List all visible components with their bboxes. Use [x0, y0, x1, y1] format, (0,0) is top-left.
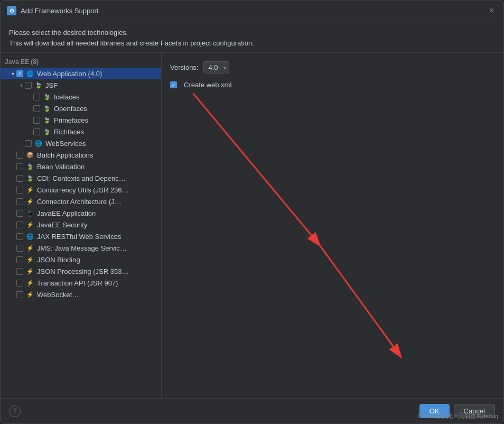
checkbox-javaee-security[interactable]	[16, 222, 23, 228]
tree-item-json-processing[interactable]: ⚡ JSON Processing (JSR 353…	[1, 265, 161, 277]
label-javaee-security: JavaEE Security	[37, 221, 87, 229]
label-web-application: Web Application (4.0)	[37, 70, 102, 78]
expander-websocket	[9, 291, 16, 298]
checkbox-transaction-api[interactable]	[16, 280, 23, 287]
checkbox-batch[interactable]	[16, 152, 23, 159]
bean-icon: 🍃	[26, 162, 34, 171]
checkbox-json-processing[interactable]	[16, 268, 23, 275]
desc-line1: Please select the desired technologies.	[9, 27, 495, 38]
json-processing-icon: ⚡	[26, 267, 34, 275]
tree-item-jax-restful[interactable]: 🌐 JAX RESTful Web Services	[1, 231, 161, 242]
checkbox-connector[interactable]	[16, 198, 23, 205]
openfaces-icon: 🍃	[43, 104, 51, 113]
label-transaction-api: Transaction API (JSR 907)	[37, 279, 118, 287]
version-select[interactable]: 4.0 3.1 3.0 2.5	[203, 61, 229, 73]
checkbox-openfaces[interactable]	[33, 105, 40, 112]
checkbox-create-xml[interactable]	[170, 81, 177, 88]
tree-item-webservices[interactable]: 🌐 WebServices	[1, 137, 161, 149]
checkbox-bean-validation[interactable]	[16, 163, 23, 170]
expander-concurrency	[9, 186, 16, 193]
label-jax-restful: JAX RESTful Web Services	[37, 233, 121, 241]
label-javaee-app: JavaEE Application	[37, 209, 96, 217]
jms-icon: ⚡	[26, 244, 34, 252]
expander-web-application: ▾	[9, 70, 16, 77]
checkbox-webservices[interactable]	[25, 140, 32, 147]
expander-cdi	[9, 174, 16, 182]
help-button[interactable]: ?	[9, 405, 21, 417]
create-xml-row: Create web.xml	[170, 81, 495, 89]
tree-item-json-binding[interactable]: ⚡ JSON Binding	[1, 254, 161, 265]
expander-connector	[9, 198, 16, 205]
versions-label: Versions:	[170, 63, 198, 71]
tree-item-cdi[interactable]: 🍃 CDI: Contexts and Depenc…	[1, 172, 161, 184]
expander-bean	[9, 163, 16, 170]
label-websocket: WebSocket…	[37, 291, 79, 299]
tree-item-transaction-api[interactable]: ⚡ Transaction API (JSR 907)	[1, 277, 161, 289]
checkbox-javaee-app[interactable]	[16, 210, 23, 217]
checkbox-primefaces[interactable]	[33, 117, 40, 124]
javaee-app-icon: 📱	[26, 209, 34, 217]
expander-jms	[9, 244, 16, 252]
expander-json-proc	[9, 268, 16, 275]
checkbox-richfaces[interactable]	[33, 128, 40, 135]
cdi-icon: 🍃	[26, 174, 34, 182]
expander-jax	[9, 233, 16, 240]
tree-item-primefaces[interactable]: 🍃 Primefaces	[1, 114, 161, 126]
label-json-binding: JSON Binding	[37, 256, 80, 264]
expander-openfaces	[26, 105, 33, 112]
checkbox-cdi[interactable]	[16, 175, 23, 182]
checkbox-icefaces[interactable]	[33, 94, 40, 100]
richfaces-icon: 🍃	[43, 127, 51, 136]
label-json-processing: JSON Processing (JSR 353…	[37, 268, 128, 275]
title-bar-left: ⚙ Add Frameworks Support	[7, 6, 98, 15]
version-select-wrapper[interactable]: 4.0 3.1 3.0 2.5	[203, 61, 229, 73]
expander-jsf: ▾	[17, 81, 25, 89]
tree-item-bean-validation[interactable]: 🍃 Bean Validation	[1, 161, 161, 172]
checkbox-web-application[interactable]	[16, 70, 23, 77]
dialog-description: Please select the desired technologies. …	[1, 21, 503, 52]
label-icefaces: Icefaces	[54, 93, 79, 101]
websocket-icon: ⚡	[26, 290, 34, 299]
checkbox-json-binding[interactable]	[16, 256, 23, 263]
dialog-body: Java EE (8) ▾ 🌐 Web Application (4.0) ▾ …	[1, 52, 503, 398]
right-panel: Versions: 4.0 3.1 3.0 2.5 Create web.xml	[162, 53, 503, 398]
javaee-security-icon: ⚡	[26, 220, 34, 229]
tree-item-batch-applications[interactable]: 📦 Batch Applications	[1, 149, 161, 161]
expander-javaee-security	[9, 221, 16, 228]
create-xml-label: Create web.xml	[184, 81, 231, 89]
tree-item-openfaces[interactable]: 🍃 Openfaces	[1, 103, 161, 114]
checkbox-jsf[interactable]	[25, 82, 32, 89]
label-jsf: JSF	[45, 81, 58, 89]
title-bar: ⚙ Add Frameworks Support ×	[1, 1, 503, 21]
annotation-arrows	[162, 53, 503, 398]
concurrency-icon: ⚡	[26, 186, 34, 194]
tree-item-javaee-security[interactable]: ⚡ JavaEE Security	[1, 219, 161, 231]
tree-item-concurrency[interactable]: ⚡ Concurrency Utils (JSR 236…	[1, 184, 161, 196]
web-icon: 🌐	[26, 69, 34, 78]
expander-transaction	[9, 279, 16, 287]
left-panel[interactable]: Java EE (8) ▾ 🌐 Web Application (4.0) ▾ …	[1, 53, 162, 398]
expander-json-binding	[9, 256, 16, 263]
jax-icon: 🌐	[26, 232, 34, 241]
tree-item-jms[interactable]: ⚡ JMS: Java Message Servic…	[1, 242, 161, 254]
checkbox-jms[interactable]	[16, 245, 23, 252]
tree-item-richfaces[interactable]: 🍃 Richfaces	[1, 126, 161, 137]
transaction-icon: ⚡	[26, 279, 34, 287]
desc-line2: This will download all needed libraries …	[9, 38, 495, 49]
tree-item-web-application[interactable]: ▾ 🌐 Web Application (4.0)	[1, 68, 161, 79]
versions-row: Versions: 4.0 3.1 3.0 2.5	[170, 61, 495, 73]
expander-javaee-app	[9, 209, 16, 217]
tree-item-javaee-app[interactable]: 📱 JavaEE Application	[1, 207, 161, 219]
checkbox-concurrency[interactable]	[16, 187, 23, 193]
tree-item-jsf[interactable]: ▾ 🍃 JSF	[1, 79, 161, 91]
close-button[interactable]: ×	[486, 5, 497, 16]
tree-item-websocket[interactable]: ⚡ WebSocket…	[1, 289, 161, 300]
label-connector: Connector Architecture (J…	[37, 198, 122, 206]
expander-batch	[9, 151, 16, 159]
checkbox-jax-restful[interactable]	[16, 233, 23, 240]
expander-webservices	[17, 140, 25, 147]
tree-item-icefaces[interactable]: 🍃 Icefaces	[1, 91, 161, 103]
json-binding-icon: ⚡	[26, 255, 34, 264]
checkbox-websocket[interactable]	[16, 291, 23, 298]
tree-item-connector[interactable]: ⚡ Connector Architecture (J…	[1, 196, 161, 207]
